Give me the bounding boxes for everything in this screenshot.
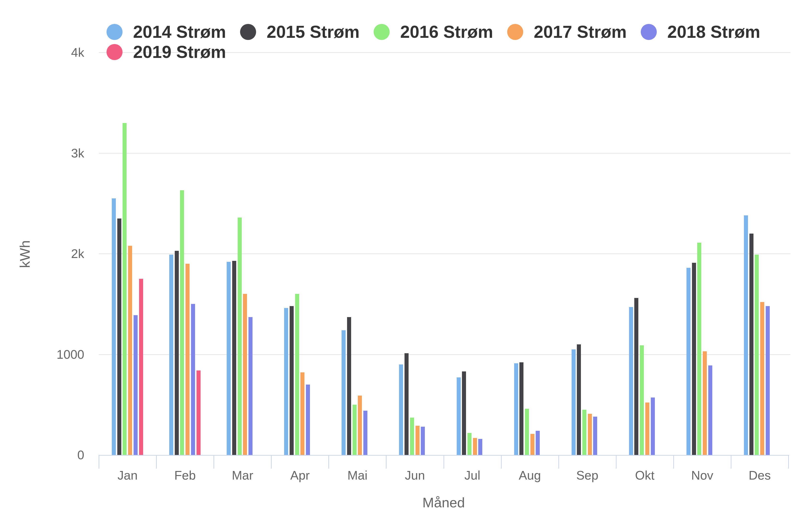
x-axis-tick xyxy=(616,455,616,469)
legend-marker-icon xyxy=(507,24,523,40)
bar-2016-Nov[interactable] xyxy=(697,243,701,455)
bar-2018-Jun[interactable] xyxy=(421,427,425,455)
bar-2014-Mai[interactable] xyxy=(342,330,346,455)
x-axis-tick-label: Des xyxy=(731,468,788,482)
bar-2014-Sep[interactable] xyxy=(572,349,576,455)
x-axis-tick-label: Jun xyxy=(386,468,443,482)
legend-label: 2017 Strøm xyxy=(534,22,627,42)
bar-2017-Feb[interactable] xyxy=(186,264,190,455)
x-axis-tick xyxy=(156,455,157,469)
bar-2017-Okt[interactable] xyxy=(645,402,649,455)
x-axis-tick xyxy=(328,455,329,469)
bar-2018-Mar[interactable] xyxy=(248,317,252,455)
bar-2015-Feb[interactable] xyxy=(175,251,179,455)
bar-2016-Jul[interactable] xyxy=(468,433,472,455)
bar-2016-Sep[interactable] xyxy=(582,410,586,455)
legend-label: 2016 Strøm xyxy=(400,22,493,42)
bar-2017-Mar[interactable] xyxy=(243,294,247,455)
x-axis-tick xyxy=(673,455,674,469)
bar-2018-Nov[interactable] xyxy=(708,365,712,455)
x-axis-tick-label: Feb xyxy=(156,468,214,482)
bar-2018-Jul[interactable] xyxy=(478,439,482,455)
bar-2017-Nov[interactable] xyxy=(703,351,707,455)
bar-2016-Feb[interactable] xyxy=(180,190,184,455)
bar-2014-Feb[interactable] xyxy=(169,254,173,455)
x-axis-tick-label: Mar xyxy=(214,468,271,482)
bar-2014-Nov[interactable] xyxy=(686,268,690,455)
bar-2015-Mai[interactable] xyxy=(347,317,351,455)
bar-2015-Mar[interactable] xyxy=(232,261,236,455)
bar-2014-Jun[interactable] xyxy=(399,364,403,455)
legend-item-2019[interactable]: 2019 Strøm xyxy=(107,43,226,61)
bar-2018-Sep[interactable] xyxy=(593,417,597,455)
bar-2016-Jun[interactable] xyxy=(410,418,414,455)
bar-2015-Des[interactable] xyxy=(749,233,754,455)
bar-2015-Jul[interactable] xyxy=(462,372,466,455)
x-axis-tick xyxy=(731,455,732,469)
bar-2017-Aug[interactable] xyxy=(530,434,534,455)
x-axis-tick xyxy=(501,455,502,469)
x-axis-tick xyxy=(443,455,444,469)
y-axis-tick-label: 3k xyxy=(32,146,84,160)
x-axis-tick xyxy=(99,455,99,469)
bar-2014-Jan[interactable] xyxy=(112,198,116,455)
bar-2016-Jan[interactable] xyxy=(122,123,127,455)
x-axis-tick xyxy=(788,455,789,469)
bar-2017-Jul[interactable] xyxy=(473,438,477,455)
bar-2014-Aug[interactable] xyxy=(514,363,518,455)
x-axis-tick-label: Jan xyxy=(99,468,156,482)
bar-2014-Mar[interactable] xyxy=(227,262,231,455)
legend-marker-icon xyxy=(374,24,390,40)
bar-2015-Jan[interactable] xyxy=(117,218,121,455)
bar-2015-Sep[interactable] xyxy=(577,344,581,455)
bar-2015-Apr[interactable] xyxy=(290,306,294,455)
legend-item-2014[interactable]: 2014 Strøm xyxy=(107,23,226,41)
legend-item-2017[interactable]: 2017 Strøm xyxy=(507,23,627,41)
bar-2016-Aug[interactable] xyxy=(525,409,529,455)
bar-2015-Nov[interactable] xyxy=(692,263,696,455)
bar-2019-Jan[interactable] xyxy=(139,279,143,455)
bar-2017-Sep[interactable] xyxy=(588,414,592,455)
bar-2017-Jan[interactable] xyxy=(128,246,132,455)
legend-marker-icon xyxy=(107,44,122,60)
bar-2018-Feb[interactable] xyxy=(191,304,195,455)
bar-2018-Apr[interactable] xyxy=(306,385,310,455)
bar-2018-Okt[interactable] xyxy=(651,398,655,455)
legend-marker-icon xyxy=(641,24,657,40)
x-axis-tick-label: Mai xyxy=(329,468,386,482)
bar-2016-Okt[interactable] xyxy=(640,345,644,455)
bar-2014-Des[interactable] xyxy=(744,215,748,455)
x-axis-tick xyxy=(558,455,559,469)
bar-2016-Apr[interactable] xyxy=(295,294,299,455)
bar-2019-Feb[interactable] xyxy=(196,370,201,455)
bar-2016-Mai[interactable] xyxy=(353,405,357,455)
bar-2018-Jan[interactable] xyxy=(134,315,138,455)
x-axis-tick-label: Jul xyxy=(444,468,501,482)
bar-2017-Jun[interactable] xyxy=(416,426,420,455)
bar-2015-Aug[interactable] xyxy=(519,362,524,455)
legend-item-2015[interactable]: 2015 Strøm xyxy=(240,23,360,41)
bar-2015-Jun[interactable] xyxy=(404,353,408,455)
bar-2014-Okt[interactable] xyxy=(629,307,633,455)
bar-2018-Des[interactable] xyxy=(766,306,770,455)
bar-2018-Mai[interactable] xyxy=(363,411,367,455)
x-axis-tick-label: Apr xyxy=(271,468,329,482)
gridline-3k xyxy=(99,153,790,154)
legend-item-2016[interactable]: 2016 Strøm xyxy=(374,23,493,41)
y-axis-tick-label: 1000 xyxy=(32,347,84,362)
legend-label: 2019 Strøm xyxy=(133,42,226,62)
legend-item-2018[interactable]: 2018 Strøm xyxy=(641,23,760,41)
x-axis-tick xyxy=(271,455,272,469)
bar-2016-Mar[interactable] xyxy=(238,217,242,455)
x-axis-tick-label: Nov xyxy=(673,468,731,482)
x-axis-tick-label: Okt xyxy=(616,468,673,482)
bar-2017-Mai[interactable] xyxy=(358,396,362,455)
bar-2018-Aug[interactable] xyxy=(536,431,540,455)
bar-2017-Des[interactable] xyxy=(760,302,764,455)
bar-2015-Okt[interactable] xyxy=(634,298,638,455)
bar-2014-Jul[interactable] xyxy=(457,377,461,455)
bar-2016-Des[interactable] xyxy=(755,254,759,455)
bar-2017-Apr[interactable] xyxy=(300,373,304,455)
bar-2014-Apr[interactable] xyxy=(284,308,288,455)
y-axis-tick-label: 0 xyxy=(32,448,84,462)
